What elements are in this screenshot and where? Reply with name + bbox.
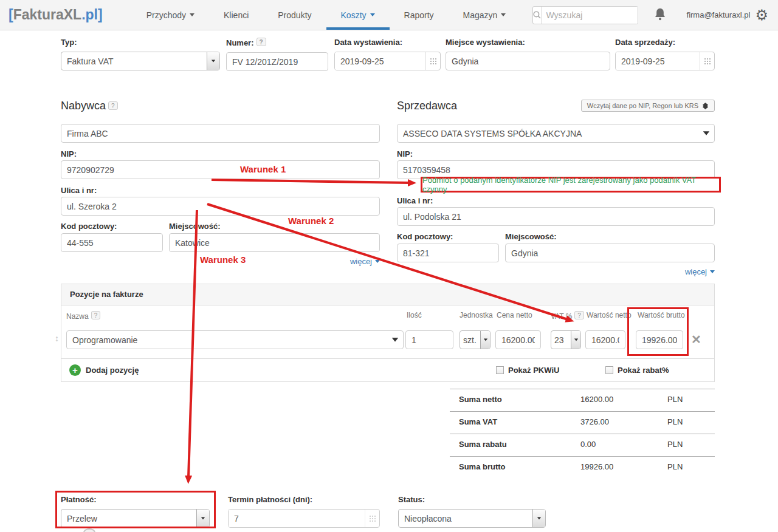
checkbox-icon[interactable] (496, 366, 504, 374)
seller-more-link[interactable]: więcej (685, 267, 715, 276)
buyer-street-input[interactable] (61, 197, 380, 216)
account-email[interactable]: firma@fakturaxl.pl (687, 10, 751, 19)
item-net-price-input[interactable] (495, 330, 541, 349)
buyer-title: Nabywca? (61, 100, 118, 112)
brand-bracket-close: ] (98, 7, 103, 23)
select-arrow-button[interactable] (207, 52, 219, 70)
buyer-city-input[interactable] (169, 233, 380, 252)
more-label: więcej (685, 267, 707, 276)
caret-down-icon (212, 60, 215, 63)
summary-row-discount: Suma rabatu 0.00 PLN (450, 434, 715, 456)
buyer-postal-label: Kod pocztowy: (61, 222, 163, 231)
seller-city-input[interactable] (505, 244, 715, 262)
item-vat-select[interactable]: 23 (551, 330, 581, 349)
seller-postal-label: Kod pocztowy: (397, 232, 499, 241)
sale-date-label: Data sprzedaży: (615, 38, 715, 47)
col-name-label: Nazwa? (66, 311, 100, 321)
totals-summary: Suma netto 16200.00 PLN Suma VAT 3726.00… (450, 389, 715, 479)
invoice-number-input[interactable] (226, 52, 328, 71)
vat-status-text: Podmiot o podanym identyfikatorze NIP je… (422, 176, 719, 194)
buyer-nip-input[interactable] (61, 160, 380, 179)
summary-value: 0.00 (580, 440, 596, 449)
number-label: Numer:? (226, 38, 328, 47)
select-arrow-button[interactable] (196, 510, 209, 527)
col-net-price-label: Cena netto (497, 311, 532, 319)
select-arrow-button[interactable] (480, 331, 490, 349)
checkbox-icon[interactable] (605, 366, 613, 374)
nav-item-koszty[interactable]: Koszty (326, 0, 390, 30)
summary-value: 16200.00 (580, 395, 613, 404)
seller-street-input[interactable] (397, 207, 715, 226)
payment-method-select[interactable]: Przelew (61, 509, 210, 528)
item-net-value-input[interactable] (585, 330, 625, 349)
select-arrow-button[interactable] (571, 331, 580, 349)
invoice-type-select[interactable]: Faktura VAT (61, 52, 220, 70)
notification-bell-icon[interactable] (654, 7, 666, 23)
delete-item-icon[interactable]: ✕ (691, 332, 701, 347)
search-input[interactable] (542, 7, 638, 24)
buyer-nip-label: NIP: (61, 149, 380, 159)
calendar-icon[interactable] (425, 52, 440, 70)
help-icon[interactable]: ? (91, 311, 101, 319)
seller-street-label: Ulica i nr: (397, 196, 715, 205)
issue-place-input[interactable] (446, 52, 610, 70)
show-pkwiu-checkbox[interactable]: Pokaż PKWiU (496, 366, 559, 375)
search-icon (533, 7, 542, 24)
nav-item-przychody[interactable]: Przychody (132, 0, 209, 30)
invoice-type-value: Faktura VAT (61, 56, 207, 66)
seller-column: Sprzedawca Wczytaj dane po NIP, Regon lu… (397, 97, 715, 277)
invoice-item-row: ↕ Nazwa? Ilość Jednostka Cena netto VAT … (61, 305, 714, 359)
caret-down-icon (537, 517, 541, 520)
brand-bracket: [ (9, 7, 13, 23)
nav-item-raporty[interactable]: Raporty (390, 0, 449, 30)
summary-currency: PLN (667, 417, 683, 426)
drag-handle-icon[interactable]: ↕ (55, 333, 59, 343)
item-name-select[interactable]: Oprogramowanie (66, 330, 404, 349)
nav-item-magazyn[interactable]: Magazyn (449, 0, 521, 30)
payment-term-field (228, 509, 380, 528)
select-arrow-button[interactable] (532, 510, 545, 527)
caret-down-icon (574, 339, 577, 341)
global-search (532, 6, 638, 24)
help-icon[interactable]: ? (108, 101, 118, 110)
cropped-help-icon (83, 528, 95, 532)
payment-status-select[interactable]: Nieopłacona (398, 509, 546, 528)
issue-date-label: Data wystawienia: (334, 38, 441, 47)
buyer-postal-input[interactable] (61, 233, 163, 252)
payment-term-input[interactable] (229, 510, 365, 527)
show-discount-label: Pokaż rabat% (618, 366, 669, 375)
payment-term-label: Termin płatności (dni): (228, 495, 380, 504)
top-navbar: [FakturaXL.pl] Przychody Klienci Produkt… (0, 0, 778, 30)
sale-date-field (615, 52, 715, 70)
help-icon[interactable]: ? (256, 38, 266, 46)
fetch-by-nip-button[interactable]: Wczytaj dane po NIP, Regon lub KRS (581, 100, 715, 112)
col-name-text: Nazwa (66, 312, 89, 321)
item-qty-input[interactable] (405, 330, 453, 349)
item-gross-value-input[interactable] (636, 330, 683, 349)
seller-nip-label: NIP: (397, 149, 715, 159)
show-discount-checkbox[interactable]: Pokaż rabat% (605, 366, 669, 375)
sale-date-input[interactable] (616, 52, 700, 70)
nav-item-klienci[interactable]: Klienci (209, 0, 263, 30)
more-label: więcej (350, 257, 372, 266)
summary-label: Suma brutto (459, 462, 506, 471)
brand-suffix: .pl (81, 7, 98, 23)
item-name-value: Oprogramowanie (67, 335, 387, 345)
vat-status-message: Podmiot o podanym identyfikatorze NIP je… (421, 177, 721, 193)
nav-item-produkty[interactable]: Produkty (263, 0, 326, 30)
help-icon[interactable]: ? (574, 311, 584, 319)
settings-gear-icon[interactable]: ⚙ (755, 8, 768, 22)
buyer-name-input[interactable] (61, 124, 380, 143)
seller-name-select[interactable]: ASSECO DATA SYSTEMS SPÓŁKA AKCYJNA (397, 124, 715, 143)
summary-currency: PLN (667, 440, 683, 449)
summary-row-gross: Suma brutto 19926.00 PLN (450, 456, 715, 479)
numeric-stepper-icon[interactable] (365, 510, 379, 527)
seller-postal-input[interactable] (397, 244, 499, 262)
brand-logo[interactable]: [FakturaXL.pl] (9, 0, 103, 30)
add-item-button[interactable]: + Dodaj pozycję (69, 364, 139, 376)
issue-date-input[interactable] (335, 52, 425, 70)
buyer-more-link[interactable]: więcej (350, 257, 380, 266)
items-footer: + Dodaj pozycję Pokaż PKWiU Pokaż rabat% (61, 359, 714, 381)
calendar-icon[interactable] (700, 52, 714, 70)
item-unit-select[interactable]: szt. (460, 330, 491, 349)
